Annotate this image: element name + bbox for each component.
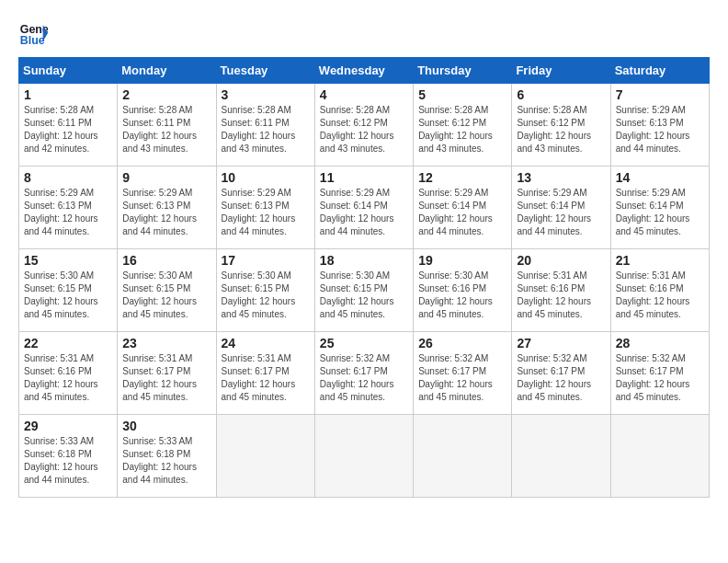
svg-text:Blue: Blue <box>20 34 45 47</box>
logo-icon: General Blue <box>18 18 48 48</box>
day-info: Sunrise: 5:31 AM Sunset: 6:16 PM Dayligh… <box>616 270 704 321</box>
calendar-cell: 4Sunrise: 5:28 AM Sunset: 6:12 PM Daylig… <box>314 84 413 167</box>
calendar-cell: 29Sunrise: 5:33 AM Sunset: 6:18 PM Dayli… <box>19 415 118 498</box>
calendar-cell: 24Sunrise: 5:31 AM Sunset: 6:17 PM Dayli… <box>216 332 314 415</box>
day-info: Sunrise: 5:32 AM Sunset: 6:17 PM Dayligh… <box>320 352 408 404</box>
day-number: 16 <box>122 253 210 268</box>
calendar-cell: 28Sunrise: 5:32 AM Sunset: 6:17 PM Dayli… <box>610 332 709 415</box>
calendar-cell <box>414 415 512 498</box>
day-info: Sunrise: 5:33 AM Sunset: 6:18 PM Dayligh… <box>122 435 210 487</box>
calendar-cell <box>216 415 314 498</box>
calendar-cell: 7Sunrise: 5:29 AM Sunset: 6:13 PM Daylig… <box>610 84 709 167</box>
calendar-cell: 22Sunrise: 5:31 AM Sunset: 6:16 PM Dayli… <box>19 332 118 415</box>
calendar-week-row: 29Sunrise: 5:33 AM Sunset: 6:18 PM Dayli… <box>19 415 710 498</box>
day-info: Sunrise: 5:30 AM Sunset: 6:15 PM Dayligh… <box>222 270 310 321</box>
calendar-cell: 26Sunrise: 5:32 AM Sunset: 6:17 PM Dayli… <box>414 332 512 415</box>
day-number: 25 <box>320 336 408 350</box>
calendar-cell: 10Sunrise: 5:29 AM Sunset: 6:13 PM Dayli… <box>216 167 314 249</box>
day-info: Sunrise: 5:31 AM Sunset: 6:16 PM Dayligh… <box>517 270 605 321</box>
calendar-cell: 30Sunrise: 5:33 AM Sunset: 6:18 PM Dayli… <box>118 415 216 498</box>
day-number: 14 <box>616 170 704 185</box>
column-header-saturday: Saturday <box>610 58 709 84</box>
day-number: 27 <box>517 336 605 350</box>
calendar-cell <box>610 415 709 498</box>
day-info: Sunrise: 5:29 AM Sunset: 6:13 PM Dayligh… <box>222 187 310 238</box>
day-info: Sunrise: 5:31 AM Sunset: 6:17 PM Dayligh… <box>122 352 210 404</box>
day-number: 29 <box>24 419 112 433</box>
column-header-sunday: Sunday <box>19 58 118 84</box>
day-info: Sunrise: 5:30 AM Sunset: 6:16 PM Dayligh… <box>418 270 506 321</box>
calendar-cell: 20Sunrise: 5:31 AM Sunset: 6:16 PM Dayli… <box>512 249 610 332</box>
day-number: 23 <box>122 336 210 350</box>
calendar-cell: 23Sunrise: 5:31 AM Sunset: 6:17 PM Dayli… <box>118 332 216 415</box>
day-info: Sunrise: 5:29 AM Sunset: 6:13 PM Dayligh… <box>24 187 112 238</box>
day-info: Sunrise: 5:30 AM Sunset: 6:15 PM Dayligh… <box>24 270 112 321</box>
day-info: Sunrise: 5:29 AM Sunset: 6:13 PM Dayligh… <box>616 104 704 155</box>
calendar-cell: 27Sunrise: 5:32 AM Sunset: 6:17 PM Dayli… <box>512 332 610 415</box>
calendar-cell: 2Sunrise: 5:28 AM Sunset: 6:11 PM Daylig… <box>118 84 216 167</box>
day-info: Sunrise: 5:31 AM Sunset: 6:16 PM Dayligh… <box>24 352 112 404</box>
day-info: Sunrise: 5:31 AM Sunset: 6:17 PM Dayligh… <box>222 352 310 404</box>
calendar-cell: 16Sunrise: 5:30 AM Sunset: 6:15 PM Dayli… <box>118 249 216 332</box>
day-number: 19 <box>418 253 506 268</box>
calendar-cell: 1Sunrise: 5:28 AM Sunset: 6:11 PM Daylig… <box>19 84 118 167</box>
day-number: 10 <box>222 170 310 185</box>
calendar-cell: 9Sunrise: 5:29 AM Sunset: 6:13 PM Daylig… <box>118 167 216 249</box>
day-info: Sunrise: 5:29 AM Sunset: 6:14 PM Dayligh… <box>418 187 506 238</box>
calendar-cell: 17Sunrise: 5:30 AM Sunset: 6:15 PM Dayli… <box>216 249 314 332</box>
day-number: 18 <box>320 253 408 268</box>
day-number: 28 <box>616 336 704 350</box>
column-header-monday: Monday <box>118 58 216 84</box>
calendar-cell <box>314 415 413 498</box>
day-number: 30 <box>122 419 210 433</box>
day-number: 12 <box>418 170 506 185</box>
day-info: Sunrise: 5:28 AM Sunset: 6:11 PM Dayligh… <box>222 104 310 155</box>
day-info: Sunrise: 5:32 AM Sunset: 6:17 PM Dayligh… <box>517 352 605 404</box>
calendar-cell: 13Sunrise: 5:29 AM Sunset: 6:14 PM Dayli… <box>512 167 610 249</box>
calendar-cell <box>512 415 610 498</box>
logo: General Blue <box>18 18 51 48</box>
day-number: 21 <box>616 253 704 268</box>
day-info: Sunrise: 5:29 AM Sunset: 6:14 PM Dayligh… <box>616 187 704 238</box>
day-number: 24 <box>222 336 310 350</box>
day-number: 2 <box>122 87 210 102</box>
day-info: Sunrise: 5:28 AM Sunset: 6:11 PM Dayligh… <box>122 104 210 155</box>
calendar-header-row: SundayMondayTuesdayWednesdayThursdayFrid… <box>19 58 710 84</box>
day-info: Sunrise: 5:29 AM Sunset: 6:14 PM Dayligh… <box>517 187 605 238</box>
day-number: 17 <box>222 253 310 268</box>
day-number: 6 <box>517 87 605 102</box>
column-header-wednesday: Wednesday <box>314 58 413 84</box>
day-info: Sunrise: 5:28 AM Sunset: 6:12 PM Dayligh… <box>517 104 605 155</box>
column-header-tuesday: Tuesday <box>216 58 314 84</box>
day-number: 5 <box>418 87 506 102</box>
day-number: 4 <box>320 87 408 102</box>
day-info: Sunrise: 5:29 AM Sunset: 6:13 PM Dayligh… <box>122 187 210 238</box>
calendar-cell: 21Sunrise: 5:31 AM Sunset: 6:16 PM Dayli… <box>610 249 709 332</box>
day-number: 15 <box>24 253 112 268</box>
day-info: Sunrise: 5:30 AM Sunset: 6:15 PM Dayligh… <box>122 270 210 321</box>
calendar-cell: 8Sunrise: 5:29 AM Sunset: 6:13 PM Daylig… <box>19 167 118 249</box>
day-number: 13 <box>517 170 605 185</box>
calendar-cell: 15Sunrise: 5:30 AM Sunset: 6:15 PM Dayli… <box>19 249 118 332</box>
day-number: 26 <box>418 336 506 350</box>
day-info: Sunrise: 5:32 AM Sunset: 6:17 PM Dayligh… <box>616 352 704 404</box>
calendar-cell: 5Sunrise: 5:28 AM Sunset: 6:12 PM Daylig… <box>414 84 512 167</box>
day-number: 8 <box>24 170 112 185</box>
day-info: Sunrise: 5:28 AM Sunset: 6:11 PM Dayligh… <box>24 104 112 155</box>
calendar-week-row: 15Sunrise: 5:30 AM Sunset: 6:15 PM Dayli… <box>19 249 710 332</box>
calendar-cell: 6Sunrise: 5:28 AM Sunset: 6:12 PM Daylig… <box>512 84 610 167</box>
column-header-friday: Friday <box>512 58 610 84</box>
day-info: Sunrise: 5:30 AM Sunset: 6:15 PM Dayligh… <box>320 270 408 321</box>
calendar-week-row: 22Sunrise: 5:31 AM Sunset: 6:16 PM Dayli… <box>19 332 710 415</box>
day-number: 11 <box>320 170 408 185</box>
column-header-thursday: Thursday <box>414 58 512 84</box>
day-info: Sunrise: 5:33 AM Sunset: 6:18 PM Dayligh… <box>24 435 112 487</box>
page-header: General Blue <box>18 18 710 48</box>
calendar-week-row: 8Sunrise: 5:29 AM Sunset: 6:13 PM Daylig… <box>19 167 710 249</box>
day-number: 22 <box>24 336 112 350</box>
calendar-cell: 14Sunrise: 5:29 AM Sunset: 6:14 PM Dayli… <box>610 167 709 249</box>
calendar-table: SundayMondayTuesdayWednesdayThursdayFrid… <box>18 57 710 498</box>
calendar-cell: 12Sunrise: 5:29 AM Sunset: 6:14 PM Dayli… <box>414 167 512 249</box>
calendar-cell: 11Sunrise: 5:29 AM Sunset: 6:14 PM Dayli… <box>314 167 413 249</box>
day-number: 3 <box>222 87 310 102</box>
